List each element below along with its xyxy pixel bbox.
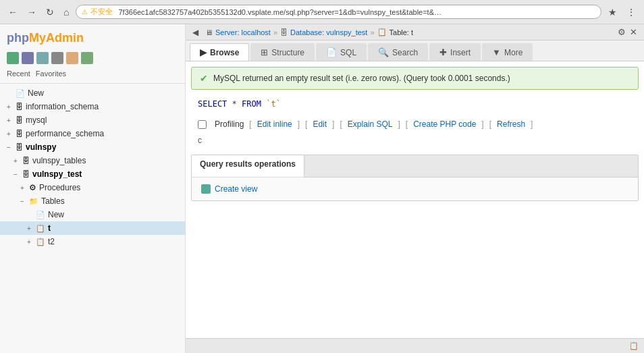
logo-myadmin: MyAdmin	[29, 31, 84, 45]
info-icon[interactable]	[36, 52, 49, 64]
sidebar-divider	[0, 83, 185, 84]
expand-vulnspy-tables: +	[14, 157, 20, 165]
breadcrumb-actions: ⚙ ✕	[618, 27, 637, 37]
browser-chrome: ← → ↻ ⌂ ⚠ 不安全 7f366ec1afc5832757a402b535…	[0, 0, 644, 24]
sidebar-nav: Recent Favorites	[0, 67, 185, 80]
menu-button[interactable]: ⋮	[624, 5, 639, 19]
query-results-header: Query results operations	[192, 155, 304, 178]
breadcrumb-table: Table: t	[390, 28, 413, 36]
expand-performance-schema: +	[7, 130, 14, 138]
profiling-edit[interactable]: Edit	[313, 119, 327, 129]
mysql-icon: 🗄	[16, 116, 23, 124]
tab-sql[interactable]: 📄 SQL	[316, 43, 367, 61]
tree-item-tables[interactable]: − 📁 Tables	[0, 194, 185, 208]
new-root-icon: 📄	[16, 89, 25, 98]
user-icon[interactable]	[81, 52, 93, 64]
tree-item-vulnspy-tables[interactable]: + 🗄 vulnspy_tables	[0, 154, 185, 167]
expand-t: +	[27, 225, 34, 232]
back-button[interactable]: ←	[5, 5, 20, 19]
vulnspy-test-icon: 🗄	[22, 170, 30, 178]
create-view-icon	[201, 184, 211, 194]
tree-item-t2[interactable]: + 📋 t2	[0, 235, 185, 248]
star-icon[interactable]	[66, 52, 78, 64]
profiling-explain-sql[interactable]: Explain SQL	[348, 119, 393, 129]
breadcrumb-icon-db: 🗄	[280, 28, 288, 36]
profiling-row: Profiling [ Edit inline ] [ Edit ] [ Exp…	[191, 117, 639, 132]
sql-tab-icon: 📄	[326, 47, 337, 57]
tab-insert[interactable]: ✚ Insert	[429, 43, 481, 61]
mysql-label: mysql	[26, 115, 47, 125]
procedures-icon: ⚙	[29, 183, 36, 192]
home-button[interactable]: ⌂	[61, 5, 72, 19]
information-schema-icon: 🗄	[16, 103, 23, 111]
create-view-link[interactable]: Create view	[201, 184, 628, 194]
main-content: ✔ MySQL returned an empty result set (i.…	[186, 61, 644, 338]
collapse-sidebar-btn[interactable]: ◀	[192, 28, 198, 37]
bookmark-button[interactable]: ★	[606, 5, 620, 19]
sidebar: phpMyAdmin Recent Favorites 📄 New	[0, 24, 186, 353]
settings-icon[interactable]	[51, 52, 63, 64]
tree-item-new-table[interactable]: 📄 New	[0, 208, 185, 221]
tab-structure[interactable]: ⊞ Structure	[250, 43, 315, 61]
tab-search[interactable]: 🔍 Search	[368, 43, 428, 61]
breadcrumb-sep-2: »	[370, 28, 374, 36]
tree-item-t[interactable]: + 📋 t	[0, 221, 185, 235]
tables-label: Tables	[41, 196, 65, 206]
profiling-sep-2: ]	[298, 119, 300, 129]
profiling-edit-inline[interactable]: Edit inline	[257, 119, 292, 129]
success-icon: ✔	[200, 73, 208, 84]
new-table-label: New	[48, 210, 64, 219]
profiling-sep-10: ]	[531, 119, 533, 129]
create-view-label: Create view	[215, 184, 257, 194]
information-schema-label: information_schema	[26, 102, 99, 111]
profiling-sep-5: [	[340, 119, 342, 129]
sidebar-header: phpMyAdmin	[0, 27, 185, 49]
tree-item-procedures[interactable]: + ⚙ Procedures	[0, 181, 185, 194]
sql-star: *	[232, 99, 242, 109]
database-icon[interactable]	[22, 52, 34, 64]
profiling-create-php[interactable]: Create PHP code	[413, 119, 476, 129]
profiling-refresh[interactable]: Refresh	[497, 119, 525, 129]
security-label: 不安全	[90, 7, 113, 17]
tab-more[interactable]: ▼ More	[482, 43, 533, 61]
recent-link[interactable]: Recent	[7, 70, 30, 78]
sidebar-icon-bar	[0, 49, 185, 67]
breadcrumb-icon-table: 📋	[377, 28, 387, 36]
tree-item-vulnspy[interactable]: − 🗄 vulnspy	[0, 140, 185, 154]
profiling-sep-3: [	[305, 119, 307, 129]
c-label: c	[198, 136, 202, 145]
reload-button[interactable]: ↻	[43, 5, 57, 19]
vulnspy-test-label: vulnspy_test	[32, 169, 82, 179]
status-icon: 📋	[629, 342, 639, 350]
tab-browse[interactable]: ▶ Browse	[190, 43, 249, 61]
tree-item-vulnspy-test[interactable]: − 🗄 vulnspy_test	[0, 167, 185, 181]
logo-php: php	[7, 31, 29, 45]
profiling-sep-1: [	[249, 119, 251, 129]
tree-item-new-root[interactable]: 📄 New	[0, 86, 185, 100]
forward-button[interactable]: →	[24, 5, 39, 19]
profiling-checkbox[interactable]	[198, 120, 207, 129]
vulnspy-tables-icon: 🗄	[22, 157, 30, 165]
tree-item-mysql[interactable]: + 🗄 mysql	[0, 113, 185, 127]
logo: phpMyAdmin	[7, 31, 84, 45]
expand-information-schema: +	[7, 103, 14, 111]
breadcrumb-icon-server: 🖥	[205, 28, 213, 36]
performance-schema-label: performance_schema	[26, 129, 104, 138]
breadcrumb-db[interactable]: Database: vulnspy_test	[290, 28, 367, 36]
sql-keyword-from: FROM	[242, 99, 261, 109]
favorites-link[interactable]: Favorites	[36, 70, 66, 78]
profiling-sep-8: ]	[481, 119, 483, 129]
insert-tab-label: Insert	[450, 48, 471, 57]
profiling-sep-6: ]	[398, 119, 400, 129]
sql-display: SELECT * FROM `t`	[191, 95, 639, 113]
home-icon[interactable]	[7, 52, 19, 64]
breadcrumb-server[interactable]: Server: localhost	[215, 28, 271, 36]
breadcrumb-bar: ◀ 🖥 Server: localhost » 🗄 Database: vuln…	[186, 24, 644, 40]
more-tab-label: More	[504, 48, 522, 57]
tables-icon: 📁	[29, 197, 38, 206]
tree-item-performance-schema[interactable]: + 🗄 performance_schema	[0, 127, 185, 140]
tree-item-information-schema[interactable]: + 🗄 information_schema	[0, 100, 185, 113]
performance-schema-icon: 🗄	[16, 130, 23, 138]
settings-action-btn[interactable]: ⚙	[618, 27, 626, 37]
collapse-action-btn[interactable]: ✕	[630, 27, 637, 37]
